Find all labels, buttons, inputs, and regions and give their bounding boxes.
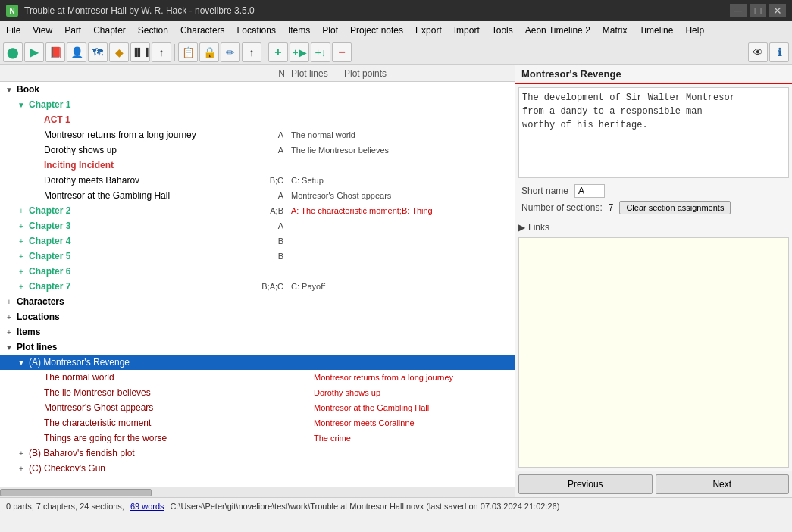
tree-row-inc[interactable]: Inciting Incident — [0, 158, 515, 173]
tree-row-pp2[interactable]: The lie Montresor believes Dorothy shows… — [0, 385, 515, 400]
tree-row-ch5[interactable]: + Chapter 5 B — [0, 249, 515, 264]
expand-ch6[interactable]: + — [15, 265, 27, 277]
close-button[interactable]: ✕ — [769, 4, 786, 17]
tree-row-ch1[interactable]: ▼ Chapter 1 — [0, 97, 515, 112]
toolbar-add[interactable]: + — [268, 42, 288, 62]
expand-ch5[interactable]: + — [15, 250, 27, 262]
tree-row-s2[interactable]: Dorothy shows up A The lie Montresor bel… — [0, 142, 515, 158]
menu-aeon[interactable]: Aeon Timeline 2 — [519, 21, 596, 39]
cell-plotpoints-pp2: Dorothy shows up — [311, 388, 515, 397]
detail-description[interactable]: The development of Sir Walter Montresor … — [518, 87, 789, 178]
expand-book[interactable]: ▼ — [3, 83, 15, 95]
expand-pl-b[interactable]: + — [15, 447, 27, 459]
clear-sections-button[interactable]: Clear section assignments — [619, 201, 731, 214]
expand-ch3[interactable]: + — [15, 220, 27, 232]
links-area[interactable] — [518, 237, 789, 468]
menu-timeline[interactable]: Timeline — [633, 21, 679, 39]
cell-plotpoints-pp3: Montresor at the Gambling Hall — [311, 403, 515, 412]
tree-row-act1[interactable]: ACT 1 — [0, 112, 515, 127]
toolbar-new[interactable]: ⬤ — [3, 42, 23, 62]
toolbar-edit[interactable]: ✏ — [221, 42, 240, 62]
menu-plot[interactable]: Plot — [316, 21, 344, 39]
previous-button[interactable]: Previous — [518, 474, 653, 494]
tree-row-ch4[interactable]: + Chapter 4 B — [0, 233, 515, 249]
tree-area[interactable]: ▼ Book ▼ Chapter 1 — [0, 82, 515, 487]
cell-n-s3: B;C — [258, 176, 288, 185]
row-name-items: + Items — [0, 326, 258, 338]
tree-row-pp4[interactable]: The characteristic moment Montresor meet… — [0, 415, 515, 430]
menu-section[interactable]: Section — [132, 21, 174, 39]
expand-items[interactable]: + — [3, 326, 15, 338]
tree-row-locs[interactable]: + Locations — [0, 309, 515, 324]
menu-part[interactable]: Part — [58, 21, 87, 39]
expand-ch2[interactable]: + — [15, 205, 27, 217]
label-inc: Inciting Incident — [42, 160, 115, 171]
tree-row-pp5[interactable]: Things are going for the worse The crime — [0, 430, 515, 446]
menu-export[interactable]: Export — [409, 21, 448, 39]
toolbar-book[interactable]: 📕 — [45, 42, 65, 62]
toolbar-add-after[interactable]: +▶ — [290, 42, 309, 62]
tree-row-ch2[interactable]: + Chapter 2 A;B A: The characteristic mo… — [0, 203, 515, 218]
toolbar-location[interactable]: 🗺 — [88, 42, 108, 62]
toolbar: ⬤ ▶ 📕 👤 🗺 ◆ ▐▌▐ ↑ 📋 🔒 ✏ ↑ + +▶ +↓ − 👁 ℹ — [0, 39, 792, 65]
toolbar-view2[interactable]: 👁 — [748, 42, 768, 62]
next-button[interactable]: Next — [656, 474, 790, 494]
tree-row-pl-a[interactable]: ▼ (A) Montresor's Revenge — [0, 355, 515, 370]
tree-row-ch6[interactable]: + Chapter 6 — [0, 264, 515, 279]
tree-row-ch7[interactable]: + Chapter 7 B;A;C C: Payoff — [0, 279, 515, 294]
tree-row-plotlines[interactable]: ▼ Plot lines — [0, 340, 515, 355]
menu-tools[interactable]: Tools — [486, 21, 519, 39]
expand-pl-c[interactable]: + — [15, 462, 27, 474]
label-plotlines: Plot lines — [15, 342, 58, 352]
short-name-input[interactable] — [574, 184, 605, 198]
maximize-button[interactable]: □ — [750, 4, 766, 17]
menu-characters[interactable]: Characters — [174, 21, 231, 39]
expand-act1 — [30, 114, 42, 126]
expand-ch1[interactable]: ▼ — [15, 99, 27, 111]
menu-matrix[interactable]: Matrix — [596, 21, 634, 39]
label-locs: Locations — [15, 311, 61, 322]
expand-ch7[interactable]: + — [15, 280, 27, 293]
expand-pl-a[interactable]: ▼ — [15, 356, 27, 368]
tree-row-pl-c[interactable]: + (C) Checkov's Gun — [0, 461, 515, 476]
expand-ch4[interactable]: + — [15, 235, 27, 247]
tree-row-chars[interactable]: + Characters — [0, 294, 515, 309]
tree-row-s1[interactable]: Montresor returns from a long journey A … — [0, 127, 515, 142]
expand-locs[interactable]: + — [3, 311, 15, 323]
status-words-link[interactable]: 69 words — [130, 502, 164, 511]
expand-chars[interactable]: + — [3, 296, 15, 308]
toolbar-item[interactable]: ◆ — [109, 42, 129, 62]
toolbar-play[interactable]: ▶ — [24, 42, 44, 62]
scrollbar-thumb[interactable] — [0, 489, 152, 496]
tree-row-s3[interactable]: Dorothy meets Baharov B;C C: Setup — [0, 173, 515, 188]
menu-project-notes[interactable]: Project notes — [344, 21, 409, 39]
tree-row-items[interactable]: + Items — [0, 324, 515, 340]
tree-row-ch3[interactable]: + Chapter 3 A — [0, 218, 515, 233]
tree-row-book[interactable]: ▼ Book — [0, 82, 515, 97]
toolbar-remove[interactable]: − — [332, 42, 352, 62]
tree-row-s4[interactable]: Montresor at the Gambling Hall A Montres… — [0, 188, 515, 203]
menu-help[interactable]: Help — [679, 21, 710, 39]
menu-view[interactable]: View — [27, 21, 58, 39]
toolbar-add-child[interactable]: +↓ — [311, 42, 330, 62]
tree-row-pp3[interactable]: Montresor's Ghost appears Montresor at t… — [0, 400, 515, 415]
toolbar-export[interactable]: ↑ — [242, 42, 261, 62]
links-expand-icon[interactable]: ▶ — [518, 222, 525, 233]
minimize-button[interactable]: ─ — [730, 4, 747, 17]
toolbar-up[interactable]: ↑ — [152, 42, 171, 62]
menu-items[interactable]: Items — [282, 21, 316, 39]
cell-plotpoints-s4: Montresor's Ghost appears — [288, 191, 515, 200]
tree-row-pp1[interactable]: The normal world Montresor returns from … — [0, 370, 515, 385]
menu-chapter[interactable]: Chapter — [87, 21, 132, 39]
toolbar-clipboard[interactable]: 📋 — [178, 42, 198, 62]
tree-row-pl-b[interactable]: + (B) Baharov's fiendish plot — [0, 446, 515, 461]
menu-locations[interactable]: Locations — [231, 21, 282, 39]
horizontal-scrollbar[interactable] — [0, 487, 515, 497]
toolbar-lock[interactable]: 🔒 — [199, 42, 219, 62]
toolbar-view[interactable]: ▐▌▐ — [130, 42, 150, 62]
toolbar-person[interactable]: 👤 — [67, 42, 86, 62]
menu-import[interactable]: Import — [448, 21, 486, 39]
toolbar-info[interactable]: ℹ — [769, 42, 789, 62]
expand-plotlines[interactable]: ▼ — [3, 341, 15, 353]
menu-file[interactable]: File — [0, 21, 27, 39]
